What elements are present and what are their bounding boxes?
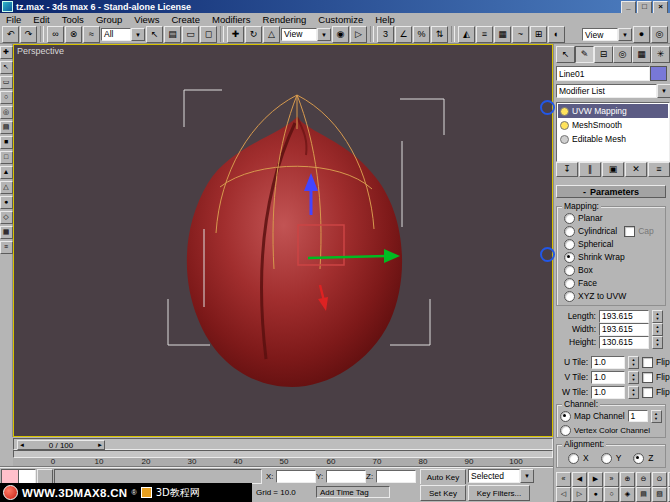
v-flip-checkbox[interactable] — [642, 372, 653, 383]
left-toolbar-icon[interactable]: ▭ — [0, 76, 13, 89]
left-toolbar-icon[interactable]: ▦ — [0, 226, 13, 239]
u-flip-checkbox[interactable] — [642, 357, 653, 368]
radio-spherical[interactable] — [564, 239, 575, 250]
menu-create[interactable]: Create — [165, 14, 206, 25]
key-selection-dropdown[interactable]: Selected — [468, 469, 534, 483]
mapping-option-xyz-to-uvw[interactable]: XYZ to UVW — [564, 290, 626, 302]
zoom-all-icon[interactable]: ⊖ — [636, 472, 651, 487]
previous-frame-icon[interactable]: ◀ — [572, 472, 587, 487]
configure-modifier-sets-icon[interactable]: ≡ — [648, 162, 670, 177]
y-coord-field[interactable] — [326, 470, 366, 483]
play-animation-icon[interactable]: ▶ — [588, 472, 603, 487]
undo-icon[interactable]: ↶ — [2, 26, 19, 43]
select-and-move-icon[interactable]: ✚ — [227, 26, 244, 43]
radio-shrink-wrap[interactable] — [564, 252, 575, 263]
mirror-icon[interactable]: ◭ — [458, 26, 475, 43]
w-tile-spinner[interactable] — [628, 386, 639, 399]
menu-customize[interactable]: Customize — [312, 14, 369, 25]
dropdown-arrow-icon[interactable] — [657, 84, 670, 98]
x-coord-field[interactable] — [276, 470, 316, 483]
selection-lock-toggle[interactable] — [37, 469, 53, 484]
min-max-toggle-icon[interactable]: ▧ — [652, 487, 667, 502]
left-toolbar-icon[interactable]: ◇ — [0, 211, 13, 224]
width-field[interactable]: 193.615 — [599, 323, 649, 336]
layer-manager-icon[interactable]: ▦ — [494, 26, 511, 43]
perspective-viewport[interactable]: Perspective — [13, 44, 553, 437]
time-slider-track[interactable]: ◄ 0 / 100 ► — [13, 438, 553, 450]
menu-edit[interactable]: Edit — [27, 14, 55, 25]
redo-icon[interactable]: ↷ — [20, 26, 37, 43]
radio-xyz-to-uvw[interactable] — [564, 291, 575, 302]
schematic-view-icon[interactable]: ⊞ — [530, 26, 547, 43]
use-pivot-point-center-icon[interactable]: ◉ — [332, 26, 349, 43]
left-toolbar-icon[interactable]: ◎ — [0, 106, 13, 119]
set-key-button[interactable]: Set Key — [420, 485, 466, 501]
next-frame-icon[interactable]: ► — [97, 442, 103, 448]
dropdown-arrow-icon[interactable] — [520, 469, 534, 483]
menu-group[interactable]: Group — [90, 14, 128, 25]
render-type-dropdown[interactable]: View — [582, 28, 632, 41]
modifier-stack-item-meshsmooth[interactable]: MeshSmooth — [558, 118, 668, 132]
select-and-manipulate-icon[interactable]: ▷ — [350, 26, 367, 43]
menu-tools[interactable]: Tools — [56, 14, 90, 25]
radio-map-channel[interactable] — [560, 411, 571, 422]
radio-align-z[interactable] — [633, 453, 644, 464]
goto-end-icon[interactable]: » — [604, 472, 619, 487]
vertex-color-row[interactable]: Vertex Color Channel — [560, 424, 650, 436]
tab-hierarchy[interactable]: ⊟ — [594, 46, 613, 63]
parameters-rollout-header[interactable]: - Parameters — [556, 185, 666, 198]
reference-coordinate-dropdown[interactable]: View — [281, 28, 331, 41]
arc-rotate-icon[interactable]: ◈ — [620, 487, 635, 502]
spinner-snap-icon[interactable]: ⇅ — [431, 26, 448, 43]
left-toolbar-icon[interactable]: ✚ — [0, 46, 13, 59]
select-by-name-icon[interactable]: ▤ — [164, 26, 181, 43]
object-name-field[interactable]: Line01 — [556, 66, 650, 81]
dropdown-arrow-icon[interactable] — [618, 28, 632, 41]
select-and-link-icon[interactable]: ∞ — [47, 26, 64, 43]
z-coord-field[interactable] — [376, 470, 416, 483]
time-configuration-icon[interactable]: ● — [588, 487, 603, 502]
remove-modifier-icon[interactable]: ✕ — [625, 162, 647, 177]
u-tile-field[interactable]: 1.0 — [591, 356, 625, 369]
title-bar[interactable]: tz.max - 3ds max 6 - Stand-alone License… — [0, 0, 670, 13]
map-channel-spinner[interactable] — [651, 410, 662, 423]
next-key-icon[interactable]: ▷ — [572, 487, 587, 502]
show-end-result-icon[interactable]: ∥ — [579, 162, 601, 177]
select-and-scale-icon[interactable]: △ — [263, 26, 280, 43]
height-field[interactable]: 130.615 — [599, 336, 649, 349]
w-flip-checkbox[interactable] — [642, 387, 653, 398]
time-slider-handle[interactable]: ◄ 0 / 100 ► — [17, 440, 105, 450]
mapping-option-cylindrical[interactable]: Cylindrical Cap — [564, 225, 654, 237]
dropdown-arrow-icon[interactable] — [317, 28, 331, 41]
modifier-list-dropdown[interactable]: Modifier List — [556, 84, 670, 98]
radio-box[interactable] — [564, 265, 575, 276]
maxscript-mini-listener-white[interactable] — [18, 469, 36, 484]
zoom-region-icon[interactable]: ▤ — [636, 487, 651, 502]
bind-to-space-warp-icon[interactable]: ≈ — [83, 26, 100, 43]
length-field[interactable]: 193.615 — [599, 310, 649, 323]
goto-start-icon[interactable]: « — [556, 472, 571, 487]
render-scene-icon[interactable]: ● — [633, 26, 650, 43]
left-toolbar-icon[interactable]: ▤ — [0, 121, 13, 134]
auto-key-button[interactable]: Auto Key — [420, 469, 466, 485]
mapping-option-box[interactable]: Box — [564, 264, 593, 276]
menu-modifiers[interactable]: Modifiers — [206, 14, 257, 25]
window-crossing-icon[interactable]: ◻ — [200, 26, 217, 43]
left-toolbar-icon[interactable]: □ — [0, 151, 13, 164]
u-tile-spinner[interactable] — [628, 356, 639, 369]
menu-views[interactable]: Views — [128, 14, 165, 25]
left-toolbar-icon[interactable]: ↖ — [0, 61, 13, 74]
tab-display[interactable]: ▦ — [632, 46, 651, 63]
pan-view-icon[interactable]: ○ — [604, 487, 619, 502]
mapping-option-spherical[interactable]: Spherical — [564, 238, 613, 250]
track-bar[interactable]: 0 10 20 30 40 50 60 70 80 90 100 — [13, 450, 553, 467]
radio-align-x[interactable] — [568, 453, 579, 464]
modifier-visibility-bulb-icon[interactable] — [560, 107, 569, 116]
dropdown-arrow-icon[interactable] — [131, 28, 145, 41]
map-channel-field[interactable]: 1 — [628, 410, 648, 422]
left-toolbar-icon[interactable]: ○ — [0, 91, 13, 104]
radio-cylindrical[interactable] — [564, 226, 575, 237]
left-toolbar-icon[interactable]: △ — [0, 181, 13, 194]
peach-mesh-object[interactable] — [187, 117, 402, 387]
radio-align-y[interactable] — [601, 453, 612, 464]
